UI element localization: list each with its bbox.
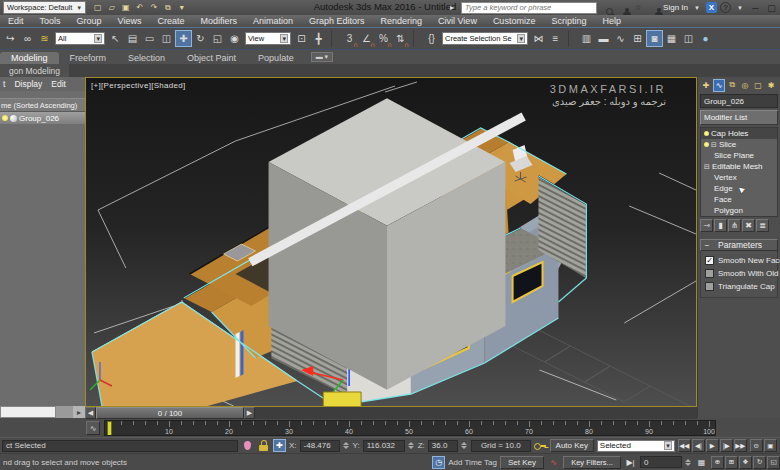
redo-icon[interactable]: ↷ [147, 2, 160, 14]
explorer-menu-display[interactable]: Display [14, 79, 42, 89]
param-smooth-with-old-fac[interactable]: Smooth With Old Fac [705, 267, 777, 280]
menu-graph-editors[interactable]: Graph Editors [301, 16, 373, 26]
edit-named-selection-sets-icon[interactable]: {} [423, 30, 440, 47]
motion-tab-icon[interactable]: ◎ [739, 79, 751, 92]
scrollbar-thumb[interactable] [0, 406, 56, 418]
modifier-stack-item-vertex[interactable]: Vertex [701, 172, 777, 183]
minimize-button[interactable]: ─ [749, 3, 762, 13]
x-spinner[interactable] [343, 440, 350, 452]
current-frame-field[interactable]: 0 [640, 456, 682, 468]
ribbon-minimize-icon[interactable]: ▬ ▾ [311, 52, 333, 62]
reference-coordinate-system-dropdown[interactable]: View▾ [245, 32, 291, 45]
go-to-start-button[interactable]: ◀◀ [678, 439, 691, 452]
x-coordinate-field[interactable]: -48.476 [300, 440, 340, 452]
toggle-scene-explorer-icon[interactable]: ▥ [578, 30, 595, 47]
z-spinner[interactable] [461, 440, 468, 452]
configure-modifier-sets-icon[interactable]: ≣ [756, 219, 769, 232]
remove-modifier-icon[interactable]: ✖ [742, 219, 755, 232]
expand-icon[interactable]: ⊟ [711, 141, 717, 149]
checkbox-smooth-with-old-fac[interactable] [705, 269, 714, 278]
chevron-down-icon[interactable]: ▼ [691, 5, 703, 11]
modifier-stack-item-slice[interactable]: ⊟Slice [701, 139, 777, 150]
select-and-move-icon[interactable]: ✚ [175, 30, 192, 47]
workspace-dropdown[interactable]: Workspace: Default ▼ [3, 1, 86, 14]
menu-edit[interactable]: Edit [0, 16, 32, 26]
select-and-scale-icon[interactable]: ◱ [209, 30, 226, 47]
angle-snap-icon[interactable]: ∠∩ [358, 30, 375, 47]
go-to-end-button[interactable]: ▶▶ [734, 439, 747, 452]
qat-options-icon[interactable]: ▾ [175, 2, 188, 14]
align-icon[interactable]: ≡ [547, 30, 564, 47]
set-key-button[interactable]: Set Key [500, 456, 544, 469]
menu-animation[interactable]: Animation [245, 16, 301, 26]
auto-key-button[interactable]: Auto Key [550, 439, 594, 452]
ribbon-tab-object-paint[interactable]: Object Paint [176, 52, 247, 64]
material-editor-icon[interactable]: ◙ [646, 30, 663, 47]
maximize-button[interactable]: ▢ [765, 3, 778, 13]
previous-frame-arrow[interactable]: ◀ [85, 407, 96, 419]
spinner-snap-icon[interactable]: ⇅∩ [392, 30, 409, 47]
toggle-ribbon-icon[interactable]: ▬ [595, 30, 612, 47]
save-file-icon[interactable]: ▣ [119, 2, 132, 14]
menu-group[interactable]: Group [69, 16, 110, 26]
parameters-rollout-header[interactable]: − Parameters [700, 239, 778, 251]
pin-stack-icon[interactable]: ⊸ [700, 219, 713, 232]
unlink-selection-icon[interactable]: ∞ [19, 30, 36, 47]
menu-customize[interactable]: Customize [485, 16, 544, 26]
select-and-place-icon[interactable]: ◉ [226, 30, 243, 47]
previous-frame-button[interactable]: ◀| [692, 439, 705, 452]
make-unique-icon[interactable]: ⋔ [728, 219, 741, 232]
menu-rendering[interactable]: Rendering [373, 16, 431, 26]
menu-help[interactable]: Help [594, 16, 629, 26]
percent-snap-icon[interactable]: %∩ [375, 30, 392, 47]
modify-tab-icon[interactable]: ∿ [713, 79, 725, 92]
named-selection-sets-dropdown[interactable]: Create Selection Se▾ [442, 32, 528, 45]
render-production-icon[interactable]: ● [697, 30, 714, 47]
time-configuration-icon[interactable]: ▦ [695, 456, 708, 469]
search-history-icon[interactable]: ▸ [446, 3, 458, 12]
bind-to-space-warp-icon[interactable]: ≋ [36, 30, 53, 47]
visibility-bulb-icon[interactable] [2, 115, 8, 121]
schematic-view-icon[interactable]: ⊞ [629, 30, 646, 47]
create-tab-icon[interactable]: ✚ [700, 79, 712, 92]
y-spinner[interactable] [408, 440, 415, 452]
new-file-icon[interactable]: ▢ [91, 2, 104, 14]
utilities-tab-icon[interactable]: ✱ [765, 79, 777, 92]
modifier-stack-item-cap-holes[interactable]: Cap Holes [701, 128, 777, 139]
menu-views[interactable]: Views [110, 16, 150, 26]
project-folder-icon[interactable]: ⧉ [161, 2, 174, 14]
selection-lock-icon[interactable] [257, 439, 270, 452]
go-to-end-icon[interactable]: ▶| [624, 456, 637, 469]
polygon-modeling-panel-tab[interactable]: gon Modeling [0, 64, 69, 77]
chevron-down-icon[interactable]: ▼ [734, 5, 746, 11]
select-by-name-icon[interactable]: ▤ [124, 30, 141, 47]
selection-filter-dropdown[interactable]: All▾ [55, 32, 105, 45]
exchange-apps-icon[interactable]: X [706, 2, 717, 13]
modifier-stack-item-face[interactable]: Face [701, 194, 777, 205]
param-triangulate-cap[interactable]: Triangulate Cap [705, 280, 777, 293]
curve-editor-icon[interactable]: ∿ [612, 30, 629, 47]
render-setup-icon[interactable]: ▦ [663, 30, 680, 47]
show-end-result-icon[interactable]: ▮ [714, 219, 727, 232]
sign-in-link[interactable]: Sign In [663, 3, 688, 12]
zoom-icon[interactable]: ⊕ [711, 456, 724, 469]
z-coordinate-field[interactable]: 36.0 [428, 440, 458, 452]
object-name-field[interactable]: Group_026 [700, 94, 778, 108]
expand-icon[interactable]: ⊟ [704, 163, 710, 171]
time-slider-handle[interactable]: 0 / 100 [96, 407, 244, 419]
modifier-bulb-icon[interactable] [704, 142, 709, 147]
undo-icon[interactable]: ↶ [133, 2, 146, 14]
help-icon[interactable]: ? [720, 2, 731, 13]
key-filters-button[interactable]: Key Filters... [563, 456, 621, 469]
maximize-viewport-icon[interactable]: ◱ [767, 456, 780, 469]
display-tab-icon[interactable]: ▢ [752, 79, 764, 92]
current-frame-marker[interactable] [107, 421, 112, 436]
window-crossing-toggle-icon[interactable]: ◫ [158, 30, 175, 47]
modifier-list-dropdown[interactable]: Modifier List [700, 110, 778, 125]
select-and-link-icon[interactable]: ↪ [2, 30, 19, 47]
modifier-stack-item-polygon[interactable]: Polygon [701, 205, 777, 216]
rendered-frame-window-icon[interactable]: ◫ [680, 30, 697, 47]
menu-civil-view[interactable]: Civil View [430, 16, 485, 26]
modifier-stack-item-editable-mesh[interactable]: ⊟Editable Mesh [701, 161, 777, 172]
snap-toggle-3d-icon[interactable]: 3∩ [341, 30, 358, 47]
